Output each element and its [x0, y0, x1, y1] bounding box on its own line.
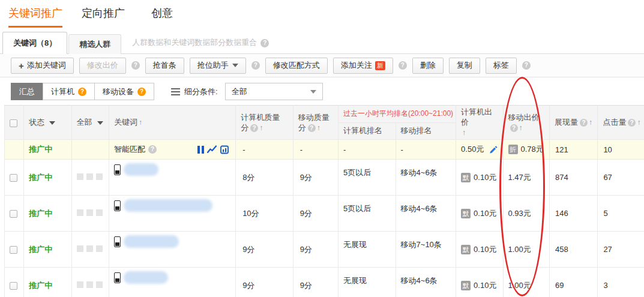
copy-button[interactable]: 复制 [449, 58, 480, 74]
help-icon[interactable]: ? [137, 88, 146, 96]
status-badge: 推广中 [29, 281, 52, 290]
grab-first-button[interactable]: 抢首条 [145, 58, 184, 74]
clicks-value: 5 [598, 196, 644, 232]
pc-rank-value: - [339, 140, 396, 160]
col-impressions[interactable]: 展现量?↑ [549, 106, 597, 140]
segment-condition-select[interactable]: 全部 [225, 83, 323, 100]
trend-chart-icon[interactable] [207, 145, 217, 154]
pc-quality-value: 10分 [236, 196, 293, 232]
plus-icon: + [19, 61, 24, 71]
sort-asc-icon[interactable]: ↑ [519, 124, 523, 132]
add-watch-button[interactable]: 添加关注新 [333, 58, 393, 74]
help-icon[interactable]: ? [78, 88, 86, 96]
pc-rank-value: 5页以后 [339, 196, 396, 232]
pc-bid-value: 0.50元 [461, 144, 484, 155]
row-checkbox[interactable] [10, 210, 17, 218]
col-status[interactable]: 状态 [24, 106, 71, 140]
sort-asc-icon[interactable]: ↑ [589, 118, 592, 127]
chevron-down-icon [49, 121, 55, 125]
clicks-value: 27 [598, 232, 644, 268]
tab-creative[interactable]: 创意 [151, 6, 173, 26]
col-mobile-rank: 移动排名 [396, 122, 456, 140]
mobile-bid-value: 1.00元 [503, 232, 549, 268]
tab-keyword-promotion[interactable]: 关键词推广 [8, 6, 62, 28]
segment-summary[interactable]: 汇总 [11, 83, 43, 100]
mobile-quality-value: 9分 [293, 232, 338, 268]
mobile-quality-value: - [293, 140, 338, 160]
mobile-bid-value: 0.78元 [521, 144, 544, 155]
segment-mobile[interactable]: 移动设备? [94, 83, 154, 100]
default-bid-badge: 默 [461, 173, 471, 182]
add-keyword-button[interactable]: +添加关键词 [11, 58, 74, 74]
pause-icon[interactable] [197, 146, 204, 154]
grab-assistant-button[interactable]: 抢位助手 [190, 58, 246, 74]
pc-bid-value: 0.10元 [474, 244, 496, 255]
sort-asc-icon[interactable]: ↑ [259, 124, 263, 132]
mobile-bid-value: 1.47元 [503, 160, 549, 196]
col-mobile-bid[interactable]: 移动出价?↑ [503, 106, 549, 140]
help-icon[interactable]: ? [522, 61, 531, 70]
modify-match-button[interactable]: 修改匹配方式 [265, 58, 328, 74]
segment-condition-label: 细分条件: [184, 86, 218, 97]
table-row: 推广中 8分 9分 5页以后 移动4~6条 默0.10元 1.47元 874 6… [5, 160, 644, 196]
report-icon[interactable] [220, 145, 229, 154]
col-mobile-quality[interactable]: 移动质量分?↑ [293, 106, 338, 140]
mobile-rank-value: - [396, 140, 456, 160]
sort-asc-icon[interactable]: ↑ [317, 124, 320, 132]
help-icon[interactable]: ? [580, 119, 588, 127]
chevron-down-icon [232, 64, 238, 67]
sort-asc-icon[interactable]: ↑ [637, 118, 640, 127]
col-pc-bid[interactable]: 计算机出价↑ [456, 106, 503, 140]
col-all[interactable]: 全部 [71, 106, 109, 140]
tab-selected-audience[interactable]: 精选人群 [68, 34, 121, 54]
status-badge: 推广中 [29, 145, 52, 154]
toolbar: +添加关键词 修改出价 ? 抢首条 抢位助手 ? 修改匹配方式 添加关注新 ? … [0, 54, 644, 77]
col-keyword[interactable]: 关键词↑ [109, 106, 235, 140]
row-checkbox[interactable] [10, 246, 17, 254]
help-icon[interactable]: ? [251, 61, 260, 70]
row-checkbox[interactable] [10, 174, 17, 182]
col-pc-quality[interactable]: 计算机质量分?↑ [236, 106, 293, 140]
help-icon[interactable]: ? [260, 39, 269, 47]
pc-rank-value: 5页以后 [339, 160, 396, 196]
mobile-phone-icon [114, 200, 121, 211]
delete-button[interactable]: 删除 [412, 58, 444, 74]
sort-asc-icon[interactable]: ↑ [139, 118, 142, 127]
pc-quality-value: 9分 [236, 268, 293, 297]
impressions-value: 874 [549, 160, 597, 196]
pc-bid-value: 0.10元 [474, 280, 496, 291]
clicks-value: 67 [598, 160, 644, 196]
col-clicks[interactable]: 点击量?↑ [598, 106, 644, 140]
impressions-value: 146 [549, 196, 597, 232]
default-bid-badge: 默 [461, 209, 471, 218]
edit-pencil-icon[interactable] [489, 145, 498, 154]
summary-row: 推广中 智能匹配 ? - - - - 0.50元 [5, 140, 644, 160]
status-badge: 推广中 [29, 245, 52, 254]
mobile-phone-icon [114, 236, 121, 247]
modify-bid-button[interactable]: 修改出价 [79, 58, 126, 74]
discount-badge: 折 [508, 145, 518, 154]
select-all-checkbox[interactable] [10, 119, 17, 127]
blurred-platform-icons [77, 173, 103, 180]
table-row: 推广中 9分 9分 无展现 移动4~6条 默0.10元 1.00元 69 3 [5, 268, 644, 297]
row-checkbox[interactable] [10, 282, 17, 290]
tag-button[interactable]: 标签 [486, 58, 517, 74]
segment-computer[interactable]: 计算机? [43, 83, 95, 100]
help-icon[interactable]: ? [510, 124, 518, 132]
default-bid-badge: 默 [461, 281, 471, 290]
audience-data-note: 人群数据和关键词数据部分数据重合 [132, 37, 257, 48]
tab-keywords[interactable]: 关键词（8） [2, 32, 67, 54]
help-icon[interactable]: ? [308, 124, 316, 132]
pc-rank-value: 无展现 [339, 232, 396, 268]
tab-targeted-promotion[interactable]: 定向推广 [82, 6, 125, 26]
blurred-platform-icons [77, 209, 103, 216]
help-icon[interactable]: ? [399, 61, 407, 70]
sort-asc-icon[interactable]: ↑ [462, 128, 466, 137]
pc-quality-value: - [236, 140, 293, 160]
help-icon[interactable]: ? [148, 145, 157, 154]
help-icon[interactable]: ? [250, 124, 258, 132]
help-icon[interactable]: ? [131, 61, 140, 70]
chevron-down-icon [97, 121, 103, 125]
help-icon[interactable]: ? [628, 119, 636, 127]
mobile-bid-value: 1.00元 [503, 268, 549, 297]
